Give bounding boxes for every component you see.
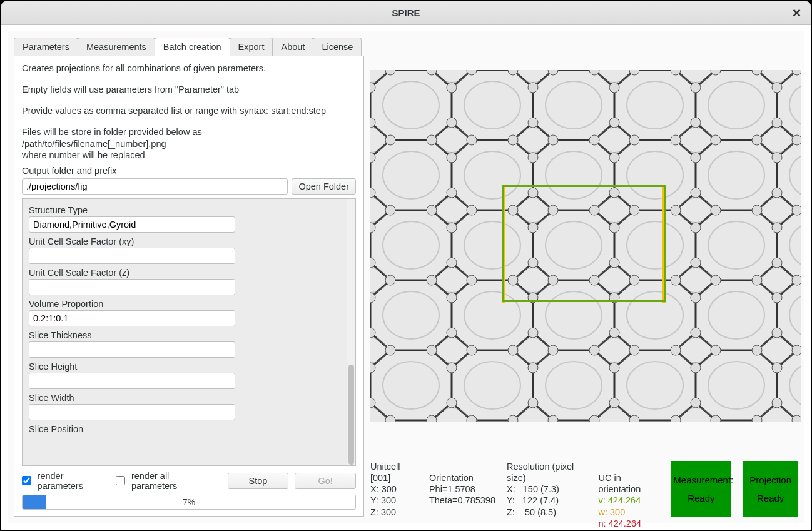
tab-export[interactable]: Export xyxy=(230,38,273,56)
tab-batch-creation[interactable]: Batch creation xyxy=(155,38,230,56)
uc-scale-z-label: Unit Cell Scale Factor (z) xyxy=(29,268,340,278)
preview-viewport xyxy=(370,70,801,422)
volume-prop-label: Volume Proportion xyxy=(29,299,340,309)
go-button[interactable]: Go! xyxy=(295,473,356,489)
uc-scale-xy-label: Unit Cell Scale Factor (xy) xyxy=(29,236,340,246)
render-all-label: render all parameters xyxy=(131,471,215,491)
desc-line3: Provide values as comma separated list o… xyxy=(22,105,356,116)
tab-about[interactable]: About xyxy=(272,38,313,56)
render-params-label: render parameters xyxy=(38,471,110,491)
slice-height-input[interactable] xyxy=(29,373,235,389)
structure-type-label: Structure Type xyxy=(29,205,340,215)
scrollbar[interactable] xyxy=(347,199,355,465)
overlay-green-box xyxy=(502,185,666,302)
status-resolution: Resolution (pixel size) X: 150 (7.3) Y: … xyxy=(507,461,587,518)
desc-line2: Empty fields will use parameters from "P… xyxy=(22,84,356,95)
progress-fill xyxy=(23,495,46,509)
status-unitcell: Unitcell [001] X: 300 Y: 300 Z: 300 xyxy=(370,461,418,518)
batch-panel: Creates projections for all combinations… xyxy=(14,56,364,517)
uc-scale-z-input[interactable] xyxy=(29,279,235,295)
slice-position-label: Slice Position xyxy=(29,424,340,434)
measurement-status: Measurement: Ready xyxy=(671,461,731,517)
titlebar: SPIRE ✕ xyxy=(1,1,811,25)
batch-description: Creates projections for all combinations… xyxy=(22,63,356,161)
uc-scale-xy-input[interactable] xyxy=(29,248,235,264)
app-title: SPIRE xyxy=(392,8,420,18)
volume-prop-input[interactable] xyxy=(29,310,235,326)
progress-bar: 7% xyxy=(22,495,356,510)
slice-thickness-input[interactable] xyxy=(29,341,235,358)
tab-bar: Parameters Measurements Batch creation E… xyxy=(14,38,364,56)
fields-scroll-area: Structure Type Unit Cell Scale Factor (x… xyxy=(22,198,356,466)
close-icon[interactable]: ✕ xyxy=(788,5,804,21)
slice-width-input[interactable] xyxy=(29,404,235,420)
status-uc-orientation: UC in orientation v: 424.264 w: 300 n: 4… xyxy=(599,461,660,529)
status-orientation: Orientation Phi=1.5708 Theta=0.785398 xyxy=(429,461,495,507)
output-folder-label: Output folder and prefix xyxy=(22,166,356,176)
projection-status: Projection Ready xyxy=(743,461,798,517)
progress-text: 7% xyxy=(183,497,195,507)
stop-button[interactable]: Stop xyxy=(228,473,289,489)
slice-width-label: Slice Width xyxy=(29,393,340,403)
slice-height-label: Slice Height xyxy=(29,362,340,372)
tab-parameters[interactable]: Parameters xyxy=(14,38,78,56)
open-folder-button[interactable]: Open Folder xyxy=(292,178,356,195)
scrollbar-thumb[interactable] xyxy=(348,365,354,465)
desc-line1: Creates projections for all combinations… xyxy=(22,63,356,74)
status-bar: Unitcell [001] X: 300 Y: 300 Z: 300 Orie… xyxy=(370,461,798,529)
tab-measurements[interactable]: Measurements xyxy=(78,38,155,56)
slice-thickness-label: Slice Thickness xyxy=(29,330,340,340)
render-all-checkbox[interactable] xyxy=(116,476,125,485)
output-folder-input[interactable] xyxy=(22,178,288,195)
tab-license[interactable]: License xyxy=(313,38,362,56)
structure-type-input[interactable] xyxy=(29,216,235,233)
render-params-checkbox[interactable] xyxy=(22,476,31,485)
desc-line4: Files will be store in folder provided b… xyxy=(22,126,356,160)
